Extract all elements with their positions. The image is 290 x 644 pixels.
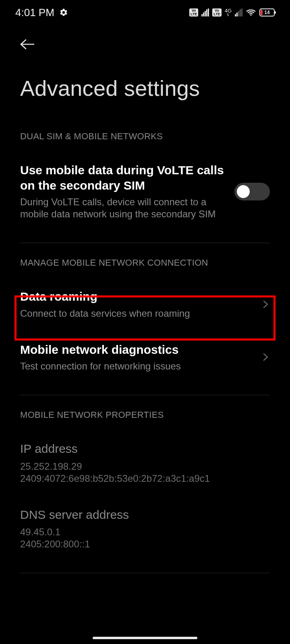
property-ip-address: IP address 25.252.198.29 2409:4072:6e98:… <box>20 429 270 495</box>
battery-indicator: 14 <box>259 8 275 17</box>
setting-title: Data roaming <box>20 289 254 304</box>
setting-subtitle: Connect to data services when roaming <box>20 308 254 320</box>
property-title: IP address <box>20 441 270 456</box>
status-time: 4:01 PM <box>15 6 54 19</box>
chevron-right-icon <box>262 351 270 363</box>
divider <box>20 573 270 573</box>
net-type-indicator: 4G ⇅ <box>225 8 232 17</box>
section-header-manage-connection: MANAGE MOBILE NETWORK CONNECTION <box>20 243 270 277</box>
setting-network-diagnostics[interactable]: Mobile network diagnostics Test connecti… <box>20 330 270 383</box>
svg-point-0 <box>250 15 251 16</box>
property-dns-address: DNS server address 49.45.0.1 2405:200:80… <box>20 495 270 561</box>
status-left: 4:01 PM <box>15 6 68 19</box>
setting-subtitle: Test connection for networking issues <box>20 360 254 372</box>
page-title: Advanced settings <box>0 56 290 117</box>
section-header-network-properties: MOBILE NETWORK PROPERTIES <box>20 395 270 429</box>
status-bar: 4:01 PM VoLTE VoLTE 4G ⇅ 14 <box>0 0 290 25</box>
navigation-pill[interactable] <box>93 637 197 639</box>
setting-data-roaming[interactable]: Data roaming Connect to data services wh… <box>20 277 270 330</box>
property-title: DNS server address <box>20 507 270 522</box>
property-value: 25.252.198.29 2409:4072:6e98:b52b:53e0:2… <box>20 460 270 485</box>
chevron-right-icon <box>262 298 270 310</box>
section-header-dual-sim: DUAL SIM & MOBILE NETWORKS <box>20 117 270 151</box>
signal-bars-2 <box>235 8 242 17</box>
status-right: VoLTE VoLTE 4G ⇅ 14 <box>189 8 275 17</box>
gear-icon <box>59 8 68 17</box>
setting-title: Mobile network diagnostics <box>20 342 254 357</box>
signal-bars-1 <box>201 8 209 17</box>
setting-title: Use mobile data during VoLTE calls on th… <box>20 163 226 193</box>
volte-badge-1: VoLTE <box>189 8 198 17</box>
wifi-icon <box>246 8 256 17</box>
setting-volte-secondary-sim[interactable]: Use mobile data during VoLTE calls on th… <box>20 151 270 231</box>
setting-subtitle: During VoLTE calls, device will connect … <box>20 196 226 220</box>
toggle-volte-secondary[interactable] <box>234 183 270 200</box>
property-value: 49.45.0.1 2405:200:800::1 <box>20 526 270 550</box>
volte-badge-2: VoLTE <box>212 8 221 17</box>
back-button[interactable] <box>19 36 35 52</box>
